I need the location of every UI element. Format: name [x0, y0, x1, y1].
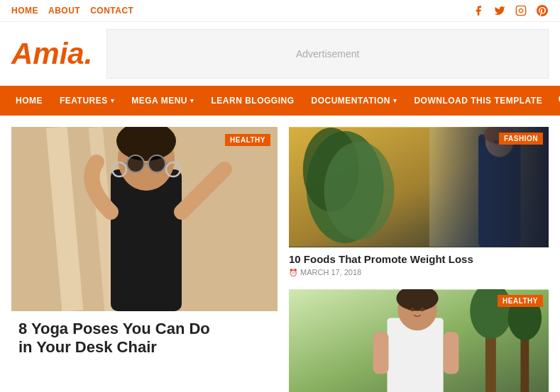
featured-article-title: 8 Yoga Poses You Can Do in Your Desk Cha…	[18, 320, 210, 357]
healthy-category-badge-2[interactable]: HEALTHY	[498, 295, 543, 307]
main-navigation: HOME FEATURES ▾ MEGA MENU ▾ LEARN BLOGGI…	[0, 86, 560, 116]
svg-point-29	[494, 140, 498, 143]
bottom-right-article[interactable]: HEALTHY 10 Essential Rules of Good Healt…	[289, 289, 549, 392]
top-right-article[interactable]: FASHION 10 Foods That Promote Weight Los…	[289, 127, 549, 281]
nav-features[interactable]: FEATURES ▾	[51, 86, 123, 116]
fashion-category-badge[interactable]: FASHION	[499, 133, 543, 145]
site-logo[interactable]: Amia.	[11, 37, 92, 71]
svg-rect-42	[373, 332, 389, 374]
nav-home[interactable]: HOME	[11, 6, 38, 16]
svg-rect-0	[516, 6, 525, 15]
nav-contact[interactable]: CONTACT	[90, 6, 133, 16]
social-icons	[472, 4, 549, 17]
featured-article[interactable]: HEALTHY 8 Yoga Poses You Can Do in Your …	[11, 127, 278, 392]
svg-rect-24	[429, 128, 549, 247]
top-navigation: HOME ABOUT CONTACT	[0, 0, 560, 22]
top-nav-links: HOME ABOUT CONTACT	[11, 6, 133, 16]
featured-article-caption: 8 Yoga Poses You Can Do in Your Desk Cha…	[11, 311, 217, 364]
chevron-down-icon: ▾	[111, 97, 115, 104]
top-right-article-title: 10 Foods That Promote Weight Loss	[289, 253, 549, 265]
nav-download-template[interactable]: DOWNLOAD THIS TEMPLATE	[405, 86, 551, 116]
instagram-icon[interactable]	[515, 4, 527, 17]
nav-learn-blogging[interactable]: LEARN BLOGGING	[203, 86, 303, 116]
nav-mega-menu[interactable]: MEGA MENU ▾	[123, 86, 202, 116]
nav-home[interactable]: HOME	[7, 86, 51, 116]
nav-about[interactable]: ABOUT	[48, 6, 80, 16]
svg-rect-25	[478, 135, 520, 247]
svg-rect-43	[444, 332, 459, 374]
svg-point-23	[324, 142, 394, 240]
main-content: HEALTHY 8 Yoga Poses You Can Do in Your …	[0, 116, 560, 392]
featured-article-image	[11, 127, 278, 311]
facebook-icon[interactable]	[472, 4, 485, 17]
header: Amia. Advertisement	[0, 22, 560, 86]
search-button[interactable]	[551, 94, 560, 108]
svg-point-13	[148, 155, 165, 172]
main-nav-links: HOME FEATURES ▾ MEGA MENU ▾ LEARN BLOGGI…	[7, 86, 551, 116]
top-right-article-image: FASHION	[289, 127, 549, 247]
chevron-down-icon: ▾	[393, 97, 397, 104]
bottom-right-article-image: HEALTHY	[289, 289, 549, 392]
svg-point-12	[127, 155, 144, 172]
pinterest-icon[interactable]	[536, 4, 549, 17]
category-badge[interactable]: HEALTHY	[225, 134, 270, 146]
right-column: FASHION 10 Foods That Promote Weight Los…	[289, 127, 549, 392]
nav-documentation[interactable]: DOCUMENTATION ▾	[303, 86, 406, 116]
clock-icon: ⏰	[289, 269, 297, 276]
top-right-article-date: ⏰ MARCH 17, 2018	[289, 268, 549, 276]
chevron-down-icon: ▾	[190, 97, 194, 104]
svg-point-41	[420, 308, 424, 311]
twitter-icon[interactable]	[493, 4, 506, 17]
advertisement-banner: Advertisement	[106, 29, 549, 79]
top-right-article-info: 10 Foods That Promote Weight Loss ⏰ MARC…	[289, 247, 549, 281]
svg-point-40	[410, 308, 414, 311]
